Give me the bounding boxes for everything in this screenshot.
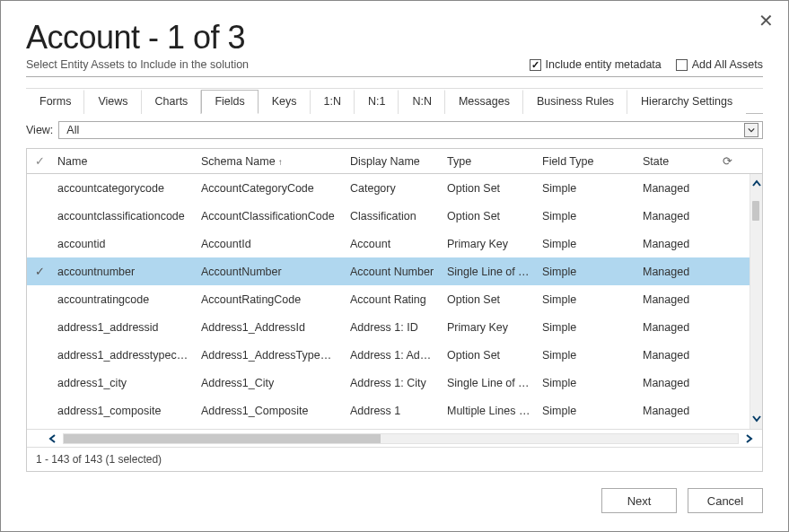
scroll-down-icon[interactable] bbox=[752, 412, 761, 425]
cell-name: accountratingcode bbox=[52, 293, 196, 306]
tab-forms[interactable]: Forms bbox=[26, 90, 84, 114]
cell-fieldtype: Simple bbox=[537, 266, 637, 278]
view-select[interactable]: All bbox=[58, 121, 763, 139]
table-row[interactable]: address1_compositeAddress1_CompositeAddr… bbox=[27, 397, 750, 424]
cell-name: address1_addresstypecode bbox=[52, 349, 196, 362]
scroll-right-icon[interactable] bbox=[744, 432, 753, 446]
cell-type: Option Set bbox=[442, 349, 537, 362]
cell-schema: Address1_AddressTypeCode bbox=[196, 349, 345, 362]
cell-schema: AccountRatingCode bbox=[196, 293, 345, 306]
top-checks: Include entity metadata Add All Assets bbox=[530, 58, 763, 71]
table-row[interactable]: accountcategorycodeAccountCategoryCodeCa… bbox=[27, 174, 750, 202]
tab-charts[interactable]: Charts bbox=[142, 90, 202, 114]
cell-fieldtype: Simple bbox=[537, 321, 637, 334]
title-row: Account - 1 of 3 bbox=[26, 19, 763, 57]
col-display[interactable]: Display Name bbox=[345, 155, 442, 168]
cell-type: Single Line of Text bbox=[442, 377, 537, 389]
fields-grid: ✓ Name Schema Name↑ Display Name Type Fi… bbox=[26, 148, 763, 472]
cell-name: accountcategorycode bbox=[52, 182, 196, 195]
table-row[interactable]: accountclassificationcodeAccountClassifi… bbox=[27, 202, 750, 230]
cell-schema: AccountCategoryCode bbox=[196, 182, 345, 195]
include-metadata-checkbox[interactable]: Include entity metadata bbox=[530, 58, 662, 71]
cell-fieldtype: Simple bbox=[537, 377, 637, 389]
cell-display: Address 1: Addr… bbox=[345, 349, 442, 362]
solution-assets-dialog: ✕ Account - 1 of 3 Select Entity Assets … bbox=[0, 0, 789, 532]
cell-fieldtype: Simple bbox=[537, 238, 637, 250]
table-row[interactable]: address1_addressidAddress1_AddressIdAddr… bbox=[27, 313, 750, 341]
col-name[interactable]: Name bbox=[52, 155, 196, 168]
tab-n-n[interactable]: N:N bbox=[399, 90, 445, 114]
table-row[interactable]: accountidAccountIdAccountPrimary KeySimp… bbox=[27, 230, 750, 257]
tab-keys[interactable]: Keys bbox=[259, 90, 311, 114]
vertical-scrollbar[interactable] bbox=[750, 174, 762, 429]
cell-name: address1_composite bbox=[52, 405, 196, 417]
col-state[interactable]: State bbox=[637, 155, 718, 168]
tab-views[interactable]: Views bbox=[84, 90, 141, 114]
scroll-left-icon[interactable] bbox=[48, 432, 57, 446]
cell-state: Managed bbox=[637, 321, 718, 334]
cell-type: Option Set bbox=[442, 182, 537, 195]
tab-fields[interactable]: Fields bbox=[201, 90, 258, 114]
sort-asc-icon: ↑ bbox=[278, 157, 283, 167]
cancel-button[interactable]: Cancel bbox=[688, 488, 763, 513]
select-all-checkbox[interactable]: ✓ bbox=[27, 154, 52, 168]
grid-body: accountcategorycodeAccountCategoryCodeCa… bbox=[27, 174, 762, 429]
subtitle-row: Select Entity Assets to Include in the s… bbox=[26, 58, 763, 77]
cell-state: Managed bbox=[637, 377, 718, 389]
tab-n-1[interactable]: N:1 bbox=[355, 90, 399, 114]
grid-rows: accountcategorycodeAccountCategoryCodeCa… bbox=[27, 174, 750, 429]
cell-type: Single Line of Text bbox=[442, 266, 537, 278]
col-type[interactable]: Type bbox=[442, 155, 537, 168]
tab-hierarchy-settings[interactable]: Hierarchy Settings bbox=[627, 90, 746, 114]
page-title: Account - 1 of 3 bbox=[26, 19, 763, 57]
col-fieldtype[interactable]: Field Type bbox=[537, 155, 637, 168]
view-value: All bbox=[66, 124, 79, 136]
cell-state: Managed bbox=[637, 293, 718, 306]
cell-type: Primary Key bbox=[442, 321, 537, 334]
cell-type: Primary Key bbox=[442, 238, 537, 250]
cell-display: Category bbox=[345, 182, 442, 195]
scroll-up-icon[interactable] bbox=[752, 178, 761, 191]
next-button[interactable]: Next bbox=[601, 488, 677, 513]
cell-state: Managed bbox=[637, 349, 718, 362]
hscroll-track[interactable] bbox=[63, 433, 739, 444]
table-row[interactable]: accountratingcodeAccountRatingCodeAccoun… bbox=[27, 285, 750, 313]
cell-display: Address 1: City bbox=[345, 377, 442, 389]
col-schema[interactable]: Schema Name↑ bbox=[196, 155, 345, 168]
cell-schema: Address1_AddressId bbox=[196, 321, 345, 334]
cell-display: Classification bbox=[345, 210, 442, 222]
table-row[interactable]: address1_addresstypecodeAddress1_Address… bbox=[27, 341, 750, 369]
add-all-assets-checkbox[interactable]: Add All Assets bbox=[676, 58, 763, 71]
cell-name: address1_addressid bbox=[52, 321, 196, 334]
view-row: View: All bbox=[26, 121, 763, 139]
close-icon[interactable]: ✕ bbox=[758, 10, 774, 31]
row-checkbox[interactable]: ✓ bbox=[27, 265, 52, 278]
tab-1-n[interactable]: 1:N bbox=[311, 90, 355, 114]
cell-schema: Address1_City bbox=[196, 377, 345, 389]
grid-header: ✓ Name Schema Name↑ Display Name Type Fi… bbox=[27, 149, 762, 174]
cell-schema: AccountNumber bbox=[196, 266, 345, 278]
tab-messages[interactable]: Messages bbox=[445, 90, 523, 114]
horizontal-scrollbar[interactable] bbox=[27, 429, 762, 447]
cell-state: Managed bbox=[637, 182, 718, 195]
add-all-assets-label: Add All Assets bbox=[692, 58, 763, 71]
include-metadata-label: Include entity metadata bbox=[546, 58, 662, 71]
cell-schema: Address1_Composite bbox=[196, 405, 345, 417]
cell-state: Managed bbox=[637, 405, 718, 417]
refresh-icon[interactable]: ⟳ bbox=[718, 154, 736, 168]
chevron-down-icon[interactable] bbox=[744, 123, 758, 137]
tab-business-rules[interactable]: Business Rules bbox=[523, 90, 627, 114]
table-row[interactable]: address1_cityAddress1_CityAddress 1: Cit… bbox=[27, 369, 750, 397]
cell-fieldtype: Simple bbox=[537, 293, 637, 306]
dialog-footer: Next Cancel bbox=[26, 488, 763, 513]
cell-type: Option Set bbox=[442, 210, 537, 222]
scrollbar-thumb[interactable] bbox=[752, 201, 759, 221]
cell-state: Managed bbox=[637, 210, 718, 222]
cell-name: accountnumber bbox=[52, 266, 196, 278]
subtitle: Select Entity Assets to Include in the s… bbox=[26, 58, 249, 71]
cell-schema: AccountClassificationCode bbox=[196, 210, 345, 222]
hscroll-thumb[interactable] bbox=[64, 434, 381, 443]
table-row[interactable]: ✓accountnumberAccountNumberAccount Numbe… bbox=[27, 257, 750, 285]
checkbox-icon bbox=[676, 59, 688, 71]
view-label: View: bbox=[26, 124, 53, 136]
